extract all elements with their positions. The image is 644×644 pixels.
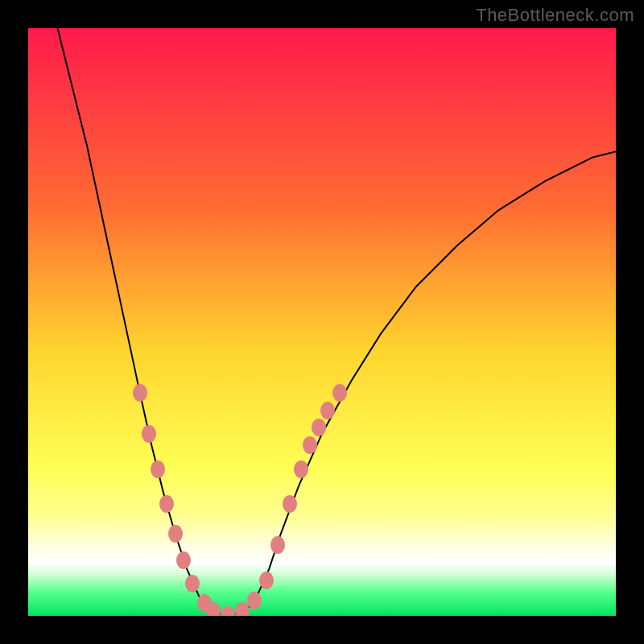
data-marker <box>159 495 174 513</box>
chart-frame: TheBottleneck.com <box>0 0 644 644</box>
data-marker <box>133 384 147 402</box>
data-marker <box>168 525 183 543</box>
data-marker <box>247 592 262 609</box>
data-marker <box>142 425 156 443</box>
data-marker <box>294 460 308 478</box>
u-curve-line <box>58 28 617 615</box>
data-marker <box>283 495 297 513</box>
curve-layer <box>28 28 616 616</box>
data-marker <box>151 460 165 478</box>
data-marker <box>332 384 347 402</box>
plot-area <box>28 28 616 616</box>
watermark-label: TheBottleneck.com <box>476 5 634 26</box>
data-marker <box>320 402 335 419</box>
data-marker <box>259 572 274 589</box>
data-marker <box>206 602 221 616</box>
